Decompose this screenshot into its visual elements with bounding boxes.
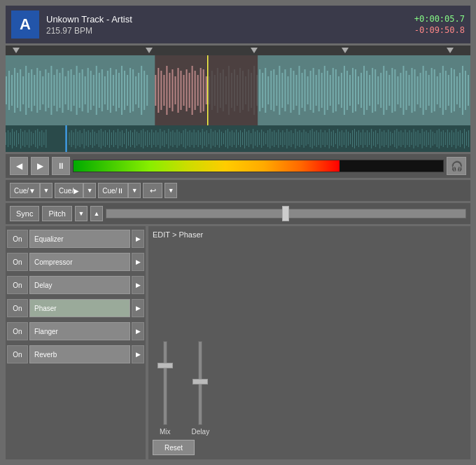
- svg-rect-362: [439, 129, 440, 148]
- svg-rect-150: [169, 73, 170, 108]
- main-container: A Unkown Track - Artist 215.97 BPM +0:00…: [0, 0, 476, 465]
- svg-rect-44: [130, 68, 131, 113]
- svg-rect-268: [240, 130, 241, 147]
- svg-rect-238: [176, 130, 177, 148]
- comp-arrow[interactable]: ▶: [132, 253, 144, 271]
- delay-slider-thumb[interactable]: [192, 379, 208, 384]
- svg-rect-235: [170, 132, 171, 146]
- svg-rect-166: [6, 132, 6, 145]
- svg-rect-90: [318, 69, 320, 111]
- svg-rect-286: [278, 130, 279, 148]
- svg-rect-323: [356, 132, 357, 146]
- svg-rect-265: [234, 132, 234, 145]
- delay-arrow[interactable]: ▶: [132, 276, 144, 294]
- reverb-arrow[interactable]: ▶: [132, 345, 144, 363]
- svg-rect-363: [441, 132, 442, 146]
- svg-rect-6: [22, 76, 24, 104]
- cue2-button[interactable]: Cue/▶: [55, 183, 83, 198]
- mix-slider-thumb[interactable]: [158, 363, 173, 368]
- svg-rect-91: [321, 73, 323, 108]
- pitch-slider[interactable]: [106, 209, 466, 218]
- svg-rect-280: [265, 133, 266, 144]
- effects-area: On Equalizer ▶ On Compressor ▶ On Delay …: [6, 226, 470, 459]
- svg-rect-214: [126, 129, 127, 148]
- delay-on-button[interactable]: On: [7, 276, 28, 294]
- svg-rect-191: [78, 132, 78, 146]
- svg-rect-329: [369, 132, 370, 145]
- svg-rect-106: [363, 66, 365, 115]
- svg-rect-18: [56, 69, 57, 111]
- eq-arrow[interactable]: ▶: [132, 230, 144, 248]
- pause-button[interactable]: ⏸: [52, 157, 70, 175]
- svg-rect-20: [62, 68, 63, 113]
- mix-slider[interactable]: [163, 341, 167, 425]
- svg-rect-279: [263, 132, 264, 146]
- cue3-arrow[interactable]: ▼: [128, 183, 141, 198]
- eq-on-button[interactable]: On: [7, 230, 28, 248]
- svg-rect-198: [92, 130, 93, 148]
- loop-arrow[interactable]: ▼: [164, 183, 177, 198]
- svg-rect-170: [14, 132, 15, 146]
- pitch-button[interactable]: Pitch: [42, 206, 71, 221]
- svg-rect-282: [270, 129, 270, 148]
- flanger-on-button[interactable]: On: [7, 322, 28, 340]
- phaser-on-button[interactable]: On: [7, 299, 28, 317]
- svg-rect-263: [230, 132, 230, 146]
- svg-rect-210: [118, 129, 118, 148]
- pitch-slider-thumb[interactable]: [282, 206, 289, 221]
- pitch-up-arrow[interactable]: ▲: [90, 206, 103, 221]
- svg-rect-297: [302, 132, 302, 145]
- svg-rect-226: [151, 130, 152, 148]
- svg-rect-139: [456, 76, 458, 104]
- cue2-arrow[interactable]: ▼: [83, 183, 96, 198]
- svg-rect-204: [105, 130, 106, 147]
- svg-rect-129: [428, 75, 430, 106]
- svg-rect-372: [460, 130, 461, 147]
- svg-rect-45: [132, 69, 134, 111]
- cue3-button[interactable]: Cue/⏸: [98, 183, 128, 198]
- svg-rect-316: [342, 130, 342, 147]
- svg-rect-1: [8, 71, 10, 110]
- svg-rect-30: [90, 71, 92, 110]
- svg-rect-334: [379, 129, 380, 148]
- svg-rect-22: [68, 71, 69, 110]
- svg-rect-337: [386, 132, 386, 145]
- svg-rect-95: [332, 68, 334, 113]
- sync-button[interactable]: Sync: [10, 206, 39, 221]
- phaser-arrow[interactable]: ▶: [132, 299, 144, 317]
- svg-rect-42: [124, 71, 125, 110]
- reverb-on-button[interactable]: On: [7, 345, 28, 363]
- svg-rect-87: [310, 71, 312, 110]
- reset-button[interactable]: Reset: [153, 440, 195, 455]
- svg-rect-216: [130, 130, 131, 147]
- delay-name: Delay: [29, 276, 130, 294]
- waveform-overview[interactable]: [6, 125, 470, 152]
- svg-rect-69: [259, 69, 260, 111]
- comp-on-button[interactable]: On: [7, 253, 28, 271]
- svg-rect-151: [172, 69, 173, 111]
- pitch-down-arrow[interactable]: ▼: [75, 206, 88, 221]
- rewind-button[interactable]: ◀: [10, 157, 28, 175]
- cue1-arrow[interactable]: ▼: [40, 183, 52, 198]
- cue1-button[interactable]: Cue/▼: [10, 183, 40, 198]
- track-info: Unkown Track - Artist 215.97 BPM: [46, 14, 407, 36]
- svg-rect-7: [25, 66, 27, 115]
- headphone-button[interactable]: 🎧: [447, 157, 466, 175]
- svg-rect-292: [290, 130, 291, 147]
- svg-rect-255: [213, 132, 214, 146]
- loop-icon-button[interactable]: ↩: [143, 183, 162, 198]
- svg-rect-101: [349, 75, 351, 106]
- flanger-arrow[interactable]: ▶: [132, 322, 144, 340]
- svg-rect-73: [270, 71, 272, 110]
- svg-rect-40: [118, 73, 120, 108]
- waveform-main[interactable]: [6, 55, 470, 125]
- svg-rect-283: [272, 132, 272, 146]
- svg-rect-142: [465, 71, 466, 110]
- volume-meter[interactable]: [73, 160, 444, 172]
- play-button[interactable]: ▶: [31, 157, 49, 175]
- svg-rect-120: [402, 66, 404, 115]
- edit-panel: EDIT > Phaser Mix Delay Reset: [148, 226, 470, 459]
- svg-rect-11: [36, 68, 38, 113]
- svg-rect-308: [325, 130, 326, 147]
- delay-slider[interactable]: [198, 341, 202, 425]
